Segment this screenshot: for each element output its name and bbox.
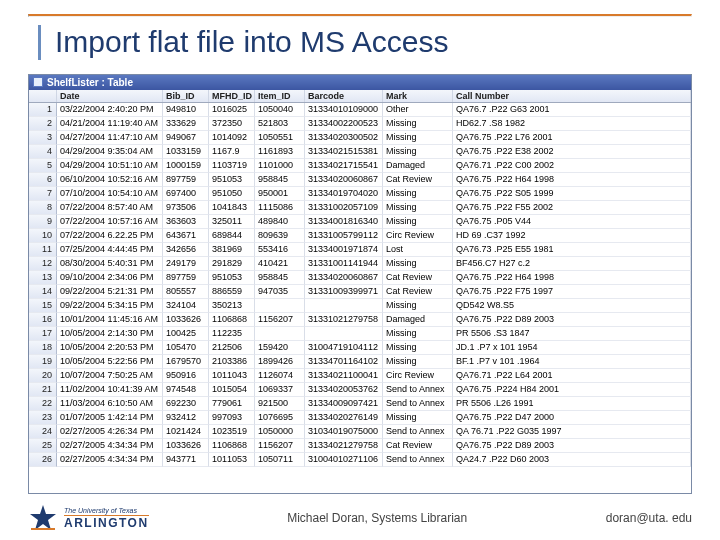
cell-item[interactable]: 809639 [255, 229, 305, 243]
cell-n[interactable]: 25 [29, 439, 57, 453]
cell-item[interactable]: 1101000 [255, 159, 305, 173]
cell-mark[interactable]: Missing [383, 215, 453, 229]
cell-mark[interactable]: Damaged [383, 313, 453, 327]
cell-barcode[interactable]: 31334001971874 [305, 243, 383, 257]
cell-item[interactable]: 1076695 [255, 411, 305, 425]
cell-mark[interactable]: Circ Review [383, 369, 453, 383]
cell-bib[interactable]: 692230 [163, 397, 209, 411]
cell-mfhd[interactable]: 779061 [209, 397, 255, 411]
cell-bib[interactable]: 897759 [163, 271, 209, 285]
table-row[interactable]: 2301/07/2005 1:42:14 PM93241299709310766… [29, 411, 691, 425]
cell-barcode[interactable]: 31334020053762 [305, 383, 383, 397]
cell-date[interactable]: 09/10/2004 2:34:06 PM [57, 271, 163, 285]
cell-mark[interactable]: Missing [383, 299, 453, 313]
table-row[interactable]: 1409/22/2004 5:21:31 PM80555788655994703… [29, 285, 691, 299]
cell-bib[interactable]: 973506 [163, 201, 209, 215]
cell-mfhd[interactable]: 997093 [209, 411, 255, 425]
col-item-id[interactable]: Item_ID [255, 90, 305, 102]
table-row[interactable]: 1208/30/2004 5:40:31 PM24917929182941042… [29, 257, 691, 271]
cell-bib[interactable]: 1021424 [163, 425, 209, 439]
cell-mfhd[interactable]: 1023519 [209, 425, 255, 439]
cell-bib[interactable]: 1000159 [163, 159, 209, 173]
table-row[interactable]: 606/10/2004 10:52:16 AM89775995105395884… [29, 173, 691, 187]
cell-barcode[interactable]: 31334010109000 [305, 103, 383, 117]
col-callnum[interactable]: Call Number [453, 90, 691, 102]
cell-n[interactable]: 10 [29, 229, 57, 243]
cell-call[interactable]: QA76.75 .P22 S05 1999 [453, 187, 691, 201]
cell-call[interactable]: QA76.7 .P22 G63 2001 [453, 103, 691, 117]
cell-item[interactable]: 1050040 [255, 103, 305, 117]
cell-n[interactable]: 5 [29, 159, 57, 173]
cell-mark[interactable]: Missing [383, 327, 453, 341]
cell-call[interactable]: HD62.7 .S8 1982 [453, 117, 691, 131]
cell-item[interactable]: 958845 [255, 173, 305, 187]
cell-bib[interactable]: 1679570 [163, 355, 209, 369]
cell-mfhd[interactable]: 212506 [209, 341, 255, 355]
table-row[interactable]: 2111/02/2004 10:41:39 AM9745481015054106… [29, 383, 691, 397]
cell-barcode[interactable]: 31334020300502 [305, 131, 383, 145]
cell-date[interactable]: 02/27/2005 4:34:34 PM [57, 439, 163, 453]
cell-date[interactable]: 10/07/2004 7:50:25 AM [57, 369, 163, 383]
col-barcode[interactable]: Barcode [305, 90, 383, 102]
table-row[interactable]: 1309/10/2004 2:34:06 PM89775995105395884… [29, 271, 691, 285]
cell-item[interactable]: 1156207 [255, 439, 305, 453]
cell-mfhd[interactable]: 112235 [209, 327, 255, 341]
cell-call[interactable]: QA76.75 .P22 D89 2003 [453, 439, 691, 453]
cell-bib[interactable]: 643671 [163, 229, 209, 243]
cell-mfhd[interactable]: 1014092 [209, 131, 255, 145]
table-row[interactable]: 404/29/2004 9:35:04 AM10331591167.911618… [29, 145, 691, 159]
cell-mark[interactable]: Send to Annex [383, 397, 453, 411]
cell-barcode[interactable]: 31004719104112 [305, 341, 383, 355]
cell-barcode[interactable]: 31334021279758 [305, 439, 383, 453]
cell-barcode[interactable]: 31334019704020 [305, 187, 383, 201]
cell-n[interactable]: 18 [29, 341, 57, 355]
cell-date[interactable]: 09/22/2004 5:21:31 PM [57, 285, 163, 299]
cell-bib[interactable]: 949810 [163, 103, 209, 117]
cell-date[interactable]: 08/30/2004 5:40:31 PM [57, 257, 163, 271]
cell-item[interactable]: 159420 [255, 341, 305, 355]
cell-date[interactable]: 11/02/2004 10:41:39 AM [57, 383, 163, 397]
cell-mark[interactable]: Send to Annex [383, 453, 453, 467]
cell-call[interactable]: QA76.75 .P22 E38 2002 [453, 145, 691, 159]
table-row[interactable]: 304/27/2004 11:47:10 AM94906710140921050… [29, 131, 691, 145]
cell-item[interactable]: 1050000 [255, 425, 305, 439]
cell-mfhd[interactable]: 372350 [209, 117, 255, 131]
cell-barcode[interactable] [305, 327, 383, 341]
table-row[interactable]: 1509/22/2004 5:34:15 PM324104350213Missi… [29, 299, 691, 313]
cell-barcode[interactable]: 31334020060867 [305, 173, 383, 187]
table-row[interactable]: 1910/05/2004 5:22:56 PM16795702103386189… [29, 355, 691, 369]
cell-bib[interactable]: 105470 [163, 341, 209, 355]
cell-mark[interactable]: Circ Review [383, 229, 453, 243]
cell-n[interactable]: 17 [29, 327, 57, 341]
cell-date[interactable]: 02/27/2005 4:26:34 PM [57, 425, 163, 439]
cell-barcode[interactable]: 31334002200523 [305, 117, 383, 131]
cell-date[interactable]: 10/05/2004 2:20:53 PM [57, 341, 163, 355]
cell-date[interactable]: 07/22/2004 10:57:16 AM [57, 215, 163, 229]
cell-mark[interactable]: Missing [383, 117, 453, 131]
cell-date[interactable]: 04/21/2004 11:19:40 AM [57, 117, 163, 131]
cell-mfhd[interactable]: 1015054 [209, 383, 255, 397]
cell-call[interactable]: QA 76.71 .P22 G035 1997 [453, 425, 691, 439]
col-bib-id[interactable]: Bib_ID [163, 90, 209, 102]
cell-date[interactable]: 11/03/2004 6:10:50 AM [57, 397, 163, 411]
cell-item[interactable]: 410421 [255, 257, 305, 271]
cell-n[interactable]: 9 [29, 215, 57, 229]
cell-bib[interactable]: 805557 [163, 285, 209, 299]
cell-bib[interactable]: 949067 [163, 131, 209, 145]
cell-mark[interactable]: Missing [383, 257, 453, 271]
cell-mfhd[interactable]: 2103386 [209, 355, 255, 369]
cell-date[interactable]: 10/05/2004 2:14:30 PM [57, 327, 163, 341]
cell-mfhd[interactable]: 1011043 [209, 369, 255, 383]
cell-n[interactable]: 13 [29, 271, 57, 285]
table-row[interactable]: 1107/25/2004 4:44:45 PM34265638196955341… [29, 243, 691, 257]
cell-n[interactable]: 7 [29, 187, 57, 201]
cell-bib[interactable]: 333629 [163, 117, 209, 131]
cell-date[interactable]: 04/29/2004 9:35:04 AM [57, 145, 163, 159]
cell-n[interactable]: 16 [29, 313, 57, 327]
cell-call[interactable]: QA76.75 .P224 H84 2001 [453, 383, 691, 397]
cell-item[interactable]: 521803 [255, 117, 305, 131]
cell-mark[interactable]: Missing [383, 201, 453, 215]
cell-call[interactable]: QD542 W8.S5 [453, 299, 691, 313]
cell-bib[interactable]: 342656 [163, 243, 209, 257]
cell-mfhd[interactable]: 886559 [209, 285, 255, 299]
